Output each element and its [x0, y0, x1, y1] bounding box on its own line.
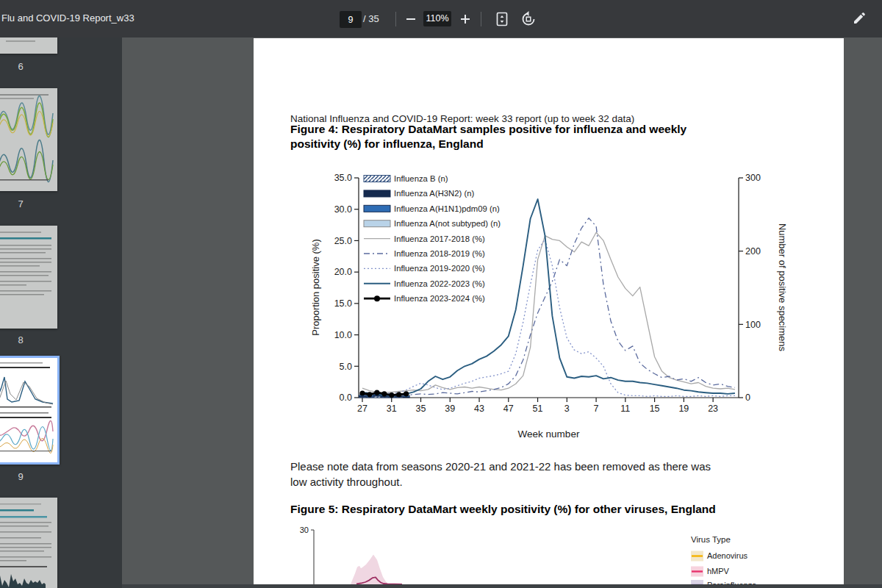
svg-text:3: 3	[564, 404, 570, 414]
svg-text:Adenovirus: Adenovirus	[707, 551, 748, 560]
svg-text:Influenza 2019-2020 (%): Influenza 2019-2020 (%)	[394, 264, 485, 273]
svg-text:30.0: 30.0	[334, 204, 352, 215]
edit-pencil-icon[interactable]	[850, 10, 867, 28]
thumbnail-sketch	[0, 226, 57, 329]
document-title: Flu and COVID-19 Report_w33	[1, 12, 135, 24]
note-text: Please note data from seasons 2020-21 an…	[290, 459, 711, 490]
thumbnail-page-6[interactable]	[0, 37, 57, 54]
zoom-out-button[interactable]	[402, 10, 420, 28]
thumbnail-label-9: 9	[0, 471, 41, 482]
thumbnail-label-6: 6	[0, 61, 41, 72]
thumbnail-label-8: 8	[0, 334, 41, 345]
svg-text:200: 200	[745, 246, 761, 257]
figure5-chart: 30Virus TypeAdenovirushMPVParainfluenza	[287, 525, 844, 588]
svg-text:15.0: 15.0	[334, 298, 352, 309]
svg-text:25.0: 25.0	[334, 236, 352, 246]
svg-text:35: 35	[416, 404, 426, 414]
page-total-label: / 35	[363, 13, 379, 24]
fit-page-icon[interactable]	[493, 10, 511, 28]
svg-text:35.0: 35.0	[334, 173, 352, 183]
svg-text:Influenza 2023-2024 (%): Influenza 2023-2024 (%)	[394, 294, 485, 303]
svg-text:20.0: 20.0	[334, 267, 352, 277]
thumbnail-sketch	[0, 358, 59, 462]
svg-text:11: 11	[620, 404, 630, 414]
svg-text:30: 30	[300, 526, 309, 534]
toolbar-divider	[481, 12, 481, 26]
svg-text:27: 27	[357, 404, 368, 414]
svg-text:39: 39	[445, 404, 455, 414]
svg-text:Influenza 2022-2023 (%): Influenza 2022-2023 (%)	[394, 279, 485, 288]
svg-text:Influenza 2017-2018 (%): Influenza 2017-2018 (%)	[394, 234, 485, 243]
svg-text:5.0: 5.0	[340, 362, 352, 372]
svg-text:Virus Type: Virus Type	[691, 535, 731, 544]
rotate-ccw-icon[interactable]	[520, 10, 537, 28]
svg-text:Influenza B (n): Influenza B (n)	[394, 174, 448, 183]
thumbnail-page-9-selected[interactable]	[0, 356, 60, 465]
pdf-toolbar: Flu and COVID-19 Report_w33 / 35 110%	[0, 0, 882, 37]
svg-text:15: 15	[650, 404, 660, 414]
svg-text:7: 7	[594, 404, 599, 414]
svg-text:10.0: 10.0	[334, 330, 352, 340]
toolbar-divider	[395, 12, 396, 26]
thumbnail-sketch	[0, 37, 57, 54]
svg-text:hMPV: hMPV	[707, 567, 730, 576]
figure4-title: Figure 4: Respiratory DataMart samples p…	[290, 122, 686, 151]
svg-text:23: 23	[708, 404, 718, 414]
svg-text:47: 47	[503, 404, 514, 414]
zoom-level-box[interactable]: 110%	[423, 11, 451, 26]
svg-text:Influenza A(not subtyped) (n): Influenza A(not subtyped) (n)	[394, 219, 501, 228]
svg-text:Proportion positive (%): Proportion positive (%)	[310, 239, 321, 336]
pdf-page: National Influenza and COVID-19 Report: …	[254, 38, 844, 588]
zoom-in-button[interactable]	[456, 10, 474, 28]
thumbnail-label-7: 7	[0, 198, 41, 209]
horizontal-scrollbar[interactable]	[122, 584, 882, 588]
svg-text:100: 100	[745, 320, 761, 330]
thumbnail-page-7[interactable]	[0, 88, 57, 191]
thumbnail-page-8[interactable]	[0, 226, 57, 329]
svg-text:Influenza A(H1N1)pdm09 (n): Influenza A(H1N1)pdm09 (n)	[394, 204, 500, 213]
thumbnail-sketch	[0, 498, 57, 588]
svg-text:51: 51	[533, 404, 543, 414]
thumbnail-sidebar: 6 7 8	[0, 37, 122, 588]
svg-text:31: 31	[387, 404, 397, 414]
svg-text:0.0: 0.0	[340, 392, 352, 403]
svg-text:Influenza 2018-2019 (%): Influenza 2018-2019 (%)	[394, 249, 485, 258]
svg-text:0: 0	[745, 392, 750, 403]
svg-text:Number of positive specimens: Number of positive specimens	[777, 223, 788, 352]
svg-text:19: 19	[678, 404, 689, 414]
svg-text:300: 300	[745, 173, 761, 183]
thumbnail-sketch	[0, 88, 57, 191]
svg-text:Influenza A(H3N2) (n): Influenza A(H3N2) (n)	[394, 189, 474, 198]
svg-text:43: 43	[474, 404, 484, 414]
figure5-title: Figure 5: Respiratory DataMart weekly po…	[290, 502, 716, 517]
thumbnail-page-10[interactable]	[0, 498, 57, 588]
page-number-input[interactable]	[340, 11, 362, 28]
figure4-chart: 0.05.010.015.020.025.030.035.00100200300…	[309, 168, 801, 448]
svg-text:Week number: Week number	[518, 429, 580, 440]
